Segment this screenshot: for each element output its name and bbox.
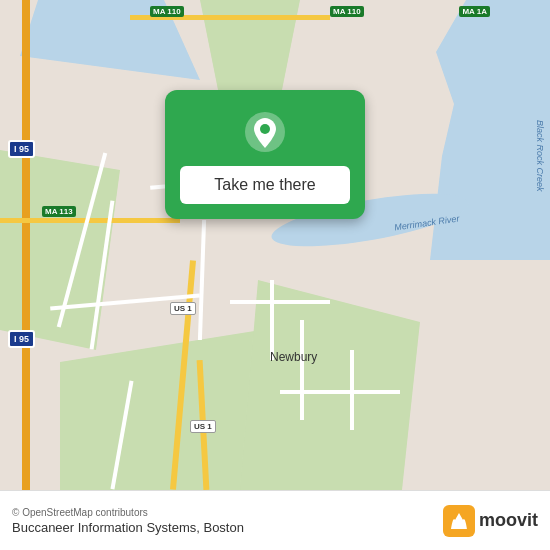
shield-ma110-left: MA 110 (150, 6, 184, 17)
road-ma113 (0, 218, 180, 223)
bottom-bar: © OpenStreetMap contributors Buccaneer I… (0, 490, 550, 550)
road-local-5 (230, 300, 330, 304)
newbury-label: Newbury (270, 350, 317, 364)
shield-us1-bottom: US 1 (190, 420, 216, 433)
shield-i95-bottom: I 95 (8, 330, 35, 348)
shield-ma1a: MA 1A (459, 6, 490, 17)
company-name: Buccaneer Information Systems, Boston (12, 520, 244, 535)
moovit-icon (443, 505, 475, 537)
shield-ma110-right: MA 110 (330, 6, 364, 17)
shield-i95-top: I 95 (8, 140, 35, 158)
bottom-left-info: © OpenStreetMap contributors Buccaneer I… (12, 507, 244, 535)
location-pin-icon (243, 110, 287, 154)
shield-us1-top: US 1 (170, 302, 196, 315)
black-rock-creek-label: Black Rock Creek (535, 120, 545, 192)
svg-point-1 (260, 124, 270, 134)
moovit-text: moovit (479, 510, 538, 531)
take-me-there-button[interactable]: Take me there (180, 166, 350, 204)
road-i95 (22, 0, 30, 490)
popup-card: Take me there (165, 90, 365, 219)
road-local-9 (300, 320, 304, 420)
moovit-logo: moovit (443, 505, 538, 537)
road-local-6 (270, 280, 274, 360)
road-local-11 (280, 390, 400, 394)
map-container[interactable]: I 95 I 95 MA 113 MA 110 MA 110 MA 1A US … (0, 0, 550, 490)
copyright-text: © OpenStreetMap contributors (12, 507, 244, 518)
shield-ma113: MA 113 (42, 206, 76, 217)
